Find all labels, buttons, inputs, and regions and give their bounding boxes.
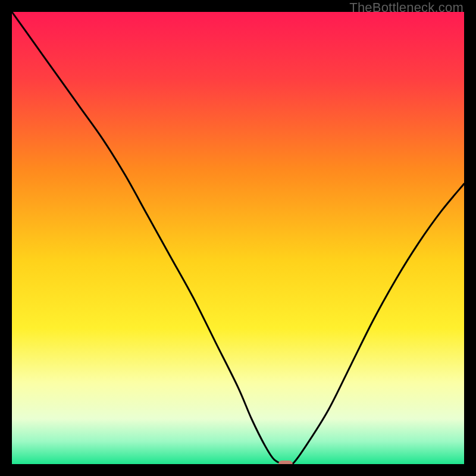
- chart-frame: TheBottleneck.com: [0, 0, 476, 476]
- gradient-background: [12, 12, 464, 464]
- plot-area: [12, 12, 464, 464]
- watermark-text: TheBottleneck.com: [349, 0, 464, 15]
- chart-svg: [12, 12, 464, 464]
- optimum-marker: [278, 461, 293, 464]
